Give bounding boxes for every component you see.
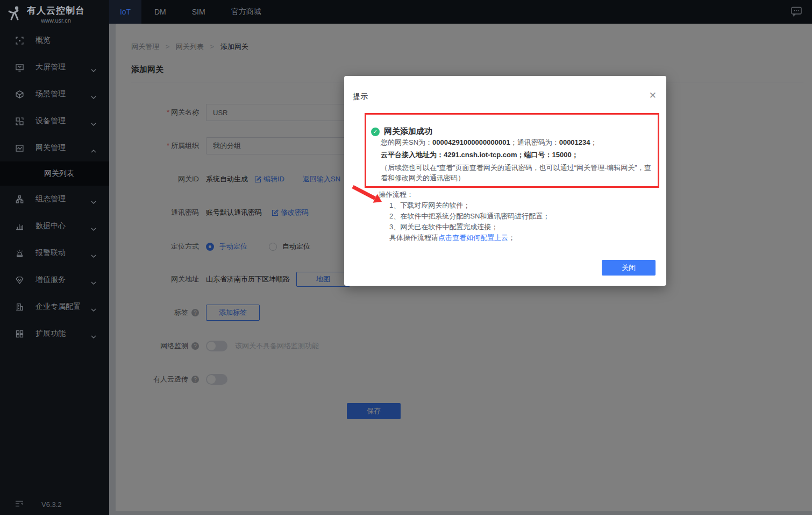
sn-line: 您的网关SN为：00004291000000000001；通讯密码为：00001… — [381, 138, 597, 147]
tab-sim[interactable]: SIM — [179, 0, 218, 24]
collapse-sidebar-icon[interactable] — [15, 500, 24, 509]
sidebar-item-label: 报警联动 — [35, 248, 66, 258]
tab-dm[interactable]: DM — [141, 0, 179, 24]
ops-title: 操作流程： — [379, 190, 414, 200]
ops-more-line: 具体操作流程请点击查看如何配置上云； — [389, 233, 515, 243]
chevron-down-icon — [91, 197, 96, 206]
ops-step: 3、网关已在软件中配置完成连接； — [389, 222, 498, 232]
overview-icon — [15, 36, 24, 45]
sidebar-item-enterprise-config[interactable]: 企业专属配置 — [0, 293, 109, 320]
gateway-icon — [15, 144, 24, 153]
sidebar-item-label: 企业专属配置 — [35, 302, 81, 312]
sidebar-item-label: 增值服务 — [35, 275, 66, 285]
server-address-line: 云平台接入地址为：4291.cnsh.iot-tcp.com；端口号：15000… — [381, 150, 579, 160]
sidebar-item-label: 网关管理 — [35, 143, 66, 153]
dialog-title: 提示 — [353, 92, 368, 102]
how-to-configure-link[interactable]: 点击查看如何配置上云 — [438, 234, 508, 242]
chevron-down-icon — [91, 251, 96, 259]
sidebar-item-gateway-mgmt[interactable]: 网关管理 — [0, 135, 109, 161]
topology-icon — [15, 195, 24, 204]
chevron-up-icon — [91, 146, 96, 154]
sidebar-item-label: 扩展功能 — [35, 329, 66, 338]
gateway-sn-value: 00004291000000000001 — [432, 138, 510, 146]
ops-step: 1、下载对应网关的软件； — [389, 201, 470, 210]
chevron-down-icon — [91, 93, 96, 101]
top-navbar: IoT DM SIM 官方商城 — [109, 0, 812, 24]
dialog-close-button[interactable]: 关闭 — [602, 260, 656, 276]
gem-shield-icon — [15, 276, 24, 285]
sidebar-item-label: 数据中心 — [35, 221, 66, 231]
sidebar-item-overview[interactable]: 概览 — [0, 27, 109, 54]
usr-person-icon — [8, 5, 23, 23]
brand-title: 有人云控制台 — [27, 4, 85, 17]
sidebar: 有人云控制台 www.usr.cn 概览 大屏管理 场景管理 设备管理 — [0, 0, 109, 515]
sidebar-item-extensions[interactable]: 扩展功能 — [0, 320, 109, 347]
close-icon[interactable]: ✕ — [649, 91, 657, 100]
tip-dialog: 提示 ✕ ✓ 网关添加成功 您的网关SN为：000042910000000000… — [344, 76, 666, 286]
chevron-down-icon — [91, 305, 96, 313]
tab-official-store[interactable]: 官方商城 — [218, 0, 274, 24]
success-check-icon: ✓ — [371, 128, 380, 136]
success-headline: 网关添加成功 — [384, 126, 432, 137]
sidebar-item-configuration-mgmt[interactable]: 组态管理 — [0, 186, 109, 213]
sidebar-item-scene-mgmt[interactable]: 场景管理 — [0, 81, 109, 108]
sidebar-item-data-center[interactable]: 数据中心 — [0, 213, 109, 239]
alarm-icon — [15, 249, 24, 258]
ops-step: 2、在软件中把系统分配的SN和通讯密码进行配置； — [389, 211, 550, 221]
password-note: （后续您也可以在“查看”页面查看网关的通讯密码，也可以通过“网关管理-编辑网关”… — [381, 163, 657, 183]
sidebar-footer: V6.3.2 — [0, 493, 109, 515]
sidebar-item-label: 大屏管理 — [35, 62, 66, 72]
sidebar-item-label: 概览 — [35, 36, 51, 45]
sidebar-item-gateway-list[interactable]: 网关列表 — [0, 161, 109, 186]
building-icon — [15, 302, 24, 312]
chevron-down-icon — [91, 119, 96, 128]
sidebar-item-label: 设备管理 — [35, 116, 66, 126]
message-icon[interactable] — [791, 6, 802, 19]
version-label: V6.3.2 — [41, 500, 62, 509]
scene-icon — [15, 90, 24, 99]
chevron-down-icon — [91, 278, 96, 286]
big-screen-icon — [15, 63, 24, 72]
comm-password-value: 00001234 — [559, 138, 590, 146]
sidebar-item-label: 场景管理 — [35, 89, 66, 99]
brand-subtitle: www.usr.cn — [27, 17, 85, 24]
chevron-down-icon — [91, 66, 96, 74]
tab-iot[interactable]: IoT — [109, 0, 141, 24]
sidebar-item-label: 网关列表 — [44, 169, 74, 179]
sidebar-item-screen-mgmt[interactable]: 大屏管理 — [0, 54, 109, 81]
sidebar-item-value-added-services[interactable]: 增值服务 — [0, 266, 109, 293]
sidebar-item-alarm-linkage[interactable]: 报警联动 — [0, 239, 109, 266]
device-icon — [15, 117, 24, 126]
chevron-down-icon — [91, 332, 96, 340]
grid-icon — [15, 329, 24, 338]
brand-logo[interactable]: 有人云控制台 www.usr.cn — [0, 0, 109, 27]
sidebar-item-device-mgmt[interactable]: 设备管理 — [0, 108, 109, 135]
sidebar-item-label: 组态管理 — [35, 194, 66, 204]
chevron-down-icon — [91, 224, 96, 232]
bar-chart-icon — [15, 222, 24, 231]
